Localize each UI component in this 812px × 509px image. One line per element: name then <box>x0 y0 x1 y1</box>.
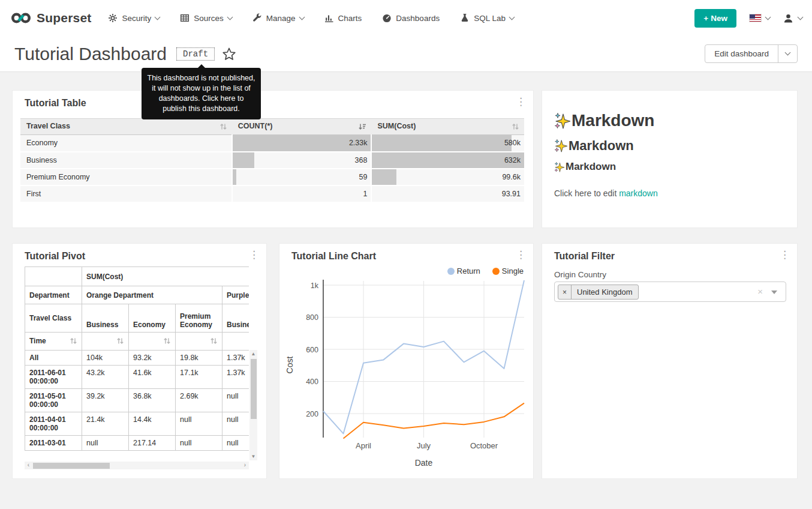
table-row: Economy2.33k580k <box>20 135 524 152</box>
sum-cell: 632k <box>371 152 524 169</box>
scrollbar-thumb[interactable] <box>251 359 257 419</box>
kebab-menu-icon[interactable]: ⋮ <box>516 97 526 107</box>
gear-icon <box>108 13 118 23</box>
scrollbar-thumb[interactable] <box>33 463 110 469</box>
sort-icon <box>116 337 124 346</box>
value-bar <box>372 135 512 151</box>
sort-icon <box>163 337 171 346</box>
pivot-sort-cell[interactable] <box>129 333 176 351</box>
edit-dashboard-button[interactable]: Edit dashboard <box>705 45 778 62</box>
pivot-scroll-area[interactable]: SUM(Cost) Department Orange Department P… <box>25 267 249 460</box>
bar-chart-icon <box>324 13 334 23</box>
column-header-sum-cost[interactable]: SUM(Cost) <box>371 119 524 135</box>
scroll-up-icon[interactable]: ▲ <box>249 350 257 358</box>
legend-dot-icon <box>492 268 500 275</box>
draft-badge[interactable]: Draft <box>176 47 215 61</box>
kebab-menu-icon[interactable]: ⋮ <box>249 250 259 260</box>
sort-icon <box>512 123 519 132</box>
nav-manage[interactable]: Manage <box>252 13 304 23</box>
pivot-value-cell: 41.6k <box>129 366 176 389</box>
pivot-col-economy: Economy <box>129 304 176 333</box>
edit-dashboard-menu-button[interactable] <box>778 45 797 62</box>
legend-item-return[interactable]: Return <box>447 267 480 276</box>
legend-item-single[interactable]: Single <box>492 267 524 276</box>
tutorial-filter-title: Tutorial Filter <box>554 251 615 262</box>
kebab-menu-icon[interactable]: ⋮ <box>516 250 526 260</box>
table-grid-icon <box>180 13 190 23</box>
chevron-down-icon <box>798 14 804 20</box>
pivot-row-header: 2011-06-01 00:00:00 <box>25 366 82 389</box>
superset-logo[interactable]: Superset <box>11 11 91 25</box>
scroll-down-icon[interactable]: ▼ <box>249 453 257 460</box>
svg-text:800: 800 <box>306 313 318 322</box>
legend-dot-icon <box>447 268 455 275</box>
svg-text:July: July <box>417 441 431 450</box>
pivot-value-cell: 93.2k <box>129 351 176 366</box>
pivot-time-header[interactable]: Time <box>25 333 82 351</box>
nav-sql-lab-label: SQL Lab <box>474 14 506 23</box>
tutorial-line-chart-card: Tutorial Line Chart ⋮ ReturnSingle 20040… <box>279 243 534 479</box>
brand-name: Superset <box>37 11 91 25</box>
user-menu[interactable] <box>783 13 802 23</box>
tutorial-pivot-title: Tutorial Pivot <box>25 251 85 262</box>
nav-charts[interactable]: Charts <box>324 13 362 23</box>
pivot-sort-cell[interactable] <box>176 333 222 351</box>
table-row: Premium Economy5999.6k <box>20 169 524 185</box>
kebab-menu-icon[interactable]: ⋮ <box>780 250 790 260</box>
pivot-col-premium-economy: Premium Economy <box>176 304 222 333</box>
select-caret-icon[interactable] <box>771 291 777 294</box>
pivot-sort-cell[interactable] <box>222 333 249 351</box>
nav-sources[interactable]: Sources <box>180 13 232 23</box>
origin-country-select[interactable]: × United Kingdom × <box>554 282 786 302</box>
pivot-department-purple: Purple Department <box>222 286 249 304</box>
scroll-right-icon[interactable]: › <box>241 462 249 469</box>
nav-sql-lab[interactable]: SQL Lab <box>460 13 514 23</box>
pivot-col-business-1: Business <box>82 304 129 333</box>
pivot-value-cell: null <box>222 412 249 436</box>
pivot-value-cell: 39.2k <box>82 389 129 412</box>
line-chart: 2004006008001kAprilJulyOctoberDateCost <box>284 275 530 473</box>
favorite-star-button[interactable] <box>222 47 236 61</box>
markdown-card: Markdown Markdown Markdown Click here to… <box>542 90 798 228</box>
sum-cell: 580k <box>371 135 524 152</box>
tutorial-filter-card: Tutorial Filter ⋮ Origin Country × Unite… <box>542 243 798 479</box>
count-cell: 368 <box>232 152 372 169</box>
svg-text:400: 400 <box>306 378 318 386</box>
column-header-count[interactable]: COUNT(*) <box>232 119 372 135</box>
svg-text:Cost: Cost <box>285 357 294 374</box>
pivot-row: 2011-05-01 00:00:0039.2k36.8k2.69knull <box>25 389 249 412</box>
markdown-heading-3: Markdown <box>554 161 787 173</box>
markdown-content: Markdown Markdown Markdown Click here to… <box>554 107 787 198</box>
value-label: 1 <box>363 190 368 198</box>
markdown-edit-link[interactable]: markdown <box>619 188 658 198</box>
nav-security[interactable]: Security <box>108 13 160 23</box>
pivot-vertical-scrollbar[interactable]: ▲ ▼ <box>249 350 257 460</box>
chevron-down-icon <box>765 14 771 20</box>
pivot-horizontal-scrollbar[interactable]: ‹ › <box>25 462 249 469</box>
pivot-value-cell: 2.69k <box>176 389 222 412</box>
pivot-value-cell: 104k <box>82 351 129 366</box>
column-header-travel-class[interactable]: Travel Class <box>20 119 232 135</box>
value-bar <box>372 169 396 185</box>
chevron-down-icon <box>155 14 161 20</box>
sparkles-icon <box>554 139 567 152</box>
dashboard-header: Tutorial Dashboard Draft Edit dashboard <box>0 36 812 72</box>
pivot-table-body: All104k93.2k19.8k1.37k2011-06-01 00:00:0… <box>25 351 249 451</box>
nav-dashboards[interactable]: Dashboards <box>382 13 440 23</box>
nav-charts-label: Charts <box>338 14 362 23</box>
tutorial-line-chart-title: Tutorial Line Chart <box>291 251 376 262</box>
remove-tag-icon[interactable]: × <box>558 285 572 299</box>
origin-country-label: Origin Country <box>554 270 606 279</box>
sort-icon <box>210 337 218 346</box>
pivot-value-cell: 43.2k <box>82 366 129 389</box>
sort-desc-icon <box>358 123 366 132</box>
pivot-value-cell: 17.1k <box>176 366 222 389</box>
svg-text:April: April <box>356 441 371 450</box>
pivot-sort-cell[interactable] <box>82 333 129 351</box>
new-button[interactable]: +New <box>694 9 736 28</box>
tutorial-pivot-card: Tutorial Pivot ⋮ SUM(Cost) Department Or… <box>12 243 267 479</box>
clear-icon[interactable]: × <box>757 286 763 297</box>
language-selector[interactable] <box>750 14 770 22</box>
scroll-left-icon[interactable]: ‹ <box>25 462 32 469</box>
value-label: 368 <box>355 156 368 164</box>
